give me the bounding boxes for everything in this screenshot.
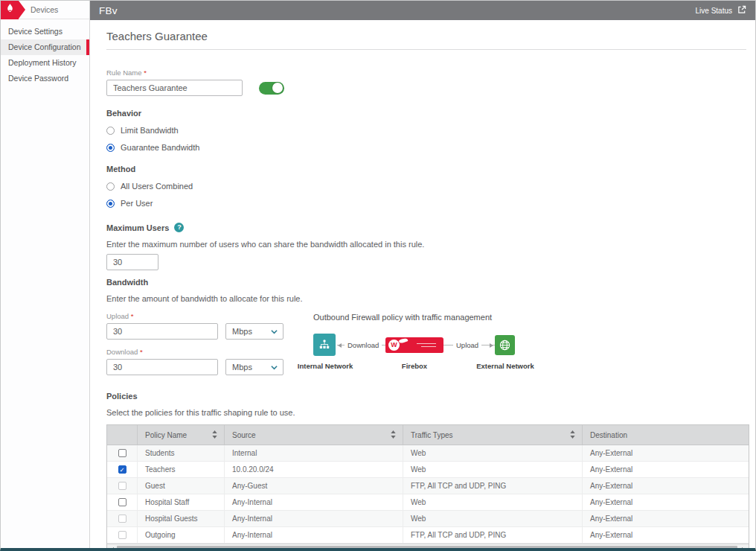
- cell-destination: Any-External: [582, 527, 750, 543]
- radio-label: Limit Bandwidth: [121, 126, 179, 135]
- app-window: Devices Device Settings Device Configura…: [0, 0, 756, 551]
- sidebar-brand: Devices: [1, 1, 89, 19]
- chevron-down-icon: [271, 329, 278, 334]
- rule-name-label: Rule Name: [106, 69, 746, 77]
- maximum-users-label: Maximum Users: [106, 223, 169, 232]
- table-header-row: Policy Name Source Traffic Types Destina…: [107, 425, 749, 445]
- cell-traffic-types: Web: [403, 462, 582, 477]
- table-row-students: Students Internal Web Any-External: [107, 445, 749, 462]
- cell-policy-name: Teachers: [137, 462, 224, 477]
- cell-source: Any-Internal: [224, 494, 403, 510]
- cell-destination: Any-External: [582, 494, 750, 510]
- bandwidth-heading: Bandwidth: [106, 278, 746, 287]
- sidebar-nav: Device Settings Device Configuration Dep…: [1, 19, 89, 86]
- page-title: Teachers Guarantee: [106, 30, 746, 50]
- sort-icon: [212, 430, 217, 440]
- cell-source: Any-Guest: [224, 478, 403, 494]
- method-option-per-user[interactable]: Per User: [106, 199, 746, 208]
- sidebar-brand-label: Devices: [31, 5, 58, 14]
- scroll-left-arrow-icon[interactable]: [111, 547, 114, 551]
- internal-network-label: Internal Network: [297, 362, 353, 370]
- table-row-teachers: Teachers 10.0.20.0/24 Web Any-External: [107, 462, 749, 478]
- download-unit-select[interactable]: Mbps: [225, 359, 284, 375]
- behavior-heading: Behavior: [106, 109, 746, 118]
- download-unit-value: Mbps: [232, 363, 252, 372]
- radio-all-users-combined[interactable]: [106, 182, 115, 191]
- sort-icon: [570, 430, 575, 440]
- horizontal-scrollbar[interactable]: [107, 544, 749, 551]
- help-icon[interactable]: ?: [174, 223, 184, 232]
- upload-arrowhead: [490, 343, 493, 348]
- cell-destination: Any-External: [582, 445, 750, 461]
- radio-guarantee-bandwidth[interactable]: [106, 144, 115, 152]
- firebox-appliance-icon: W: [385, 337, 443, 353]
- chevron-down-icon: [271, 365, 278, 370]
- live-status-link[interactable]: Live Status: [696, 5, 746, 16]
- cell-source: Any-Internal: [224, 511, 403, 526]
- row-checkbox[interactable]: [118, 498, 126, 506]
- cell-traffic-types: FTP, All TCP and UDP, PING: [403, 478, 582, 494]
- header-source[interactable]: Source: [224, 425, 403, 445]
- cell-traffic-types: FTP, All TCP and UDP, PING: [403, 527, 582, 543]
- maximum-users-heading: Maximum Users ?: [106, 223, 746, 232]
- bandwidth-fields: Upload Mbps Download Mbps: [106, 312, 300, 375]
- rule-name-input[interactable]: [106, 80, 243, 96]
- cell-source: 10.0.20.0/24: [224, 462, 403, 477]
- download-arrowhead: [338, 343, 342, 348]
- sidebar-item-device-password[interactable]: Device Password: [1, 71, 89, 86]
- watchguard-w-badge: W: [388, 340, 400, 351]
- cell-destination: Any-External: [582, 511, 750, 526]
- rule-enabled-toggle[interactable]: [259, 82, 284, 95]
- row-checkbox: [118, 515, 126, 523]
- behavior-option-limit[interactable]: Limit Bandwidth: [106, 126, 746, 135]
- sidebar-item-deployment-history[interactable]: Deployment History: [1, 55, 89, 71]
- radio-per-user[interactable]: [106, 200, 115, 208]
- toggle-knob: [272, 83, 283, 93]
- watchguard-logo: [1, 1, 19, 19]
- radio-limit-bandwidth[interactable]: [106, 127, 115, 135]
- live-status-label: Live Status: [696, 7, 732, 15]
- traffic-diagram: Outbound Firewall policy with traffic ma…: [313, 313, 522, 380]
- cell-traffic-types: Web: [403, 445, 582, 461]
- upload-input[interactable]: [106, 323, 218, 340]
- cell-policy-name: Hospital Guests: [137, 511, 224, 526]
- policies-table: Policy Name Source Traffic Types Destina…: [106, 424, 749, 551]
- maximum-users-input[interactable]: [106, 254, 158, 270]
- upload-unit-select[interactable]: Mbps: [225, 323, 284, 340]
- download-flow-label: Download: [345, 341, 382, 349]
- external-network-label: External Network: [472, 362, 538, 370]
- cell-source: Internal: [224, 445, 403, 461]
- header-destination[interactable]: Destination: [582, 425, 750, 445]
- sort-icon: [391, 430, 396, 440]
- cell-policy-name: Guest: [137, 478, 224, 494]
- sidebar: Devices Device Settings Device Configura…: [1, 1, 90, 548]
- radio-label: Guarantee Bandwidth: [121, 143, 199, 152]
- upload-unit-value: Mbps: [232, 327, 252, 336]
- cell-source: Any-Internal: [224, 527, 403, 543]
- external-network-icon: [495, 335, 515, 355]
- table-row-hospital-guests: Hospital Guests Any-Internal Web Any-Ext…: [107, 511, 749, 527]
- policies-heading: Policies: [106, 392, 746, 401]
- row-checkbox[interactable]: [118, 465, 126, 474]
- method-option-all-users[interactable]: All Users Combined: [106, 182, 746, 191]
- device-title: FBv: [99, 5, 118, 16]
- scrollbar-thumb[interactable]: [117, 546, 737, 551]
- scroll-right-arrow-icon[interactable]: [742, 547, 745, 551]
- table-row-hospital-staff: Hospital Staff Any-Internal Web Any-Exte…: [107, 494, 749, 511]
- sidebar-item-device-settings[interactable]: Device Settings: [1, 24, 89, 39]
- topbar: FBv Live Status: [90, 1, 755, 20]
- header-traffic-types[interactable]: Traffic Types: [403, 425, 582, 445]
- table-row-guest: Guest Any-Guest FTP, All TCP and UDP, PI…: [107, 478, 749, 494]
- diagram-caption: Outbound Firewall policy with traffic ma…: [313, 313, 522, 322]
- download-input[interactable]: [106, 359, 218, 375]
- cell-traffic-types: Web: [403, 494, 582, 510]
- sidebar-item-device-configuration[interactable]: Device Configuration: [1, 39, 89, 55]
- header-policy-name[interactable]: Policy Name: [137, 425, 224, 445]
- row-checkbox[interactable]: [118, 449, 126, 457]
- firebox-vent: [421, 346, 436, 347]
- internal-network-icon: [313, 334, 336, 356]
- row-checkbox: [118, 531, 126, 539]
- behavior-option-guarantee[interactable]: Guarantee Bandwidth: [106, 143, 746, 152]
- cell-destination: Any-External: [582, 478, 750, 494]
- cell-traffic-types: Web: [403, 511, 582, 526]
